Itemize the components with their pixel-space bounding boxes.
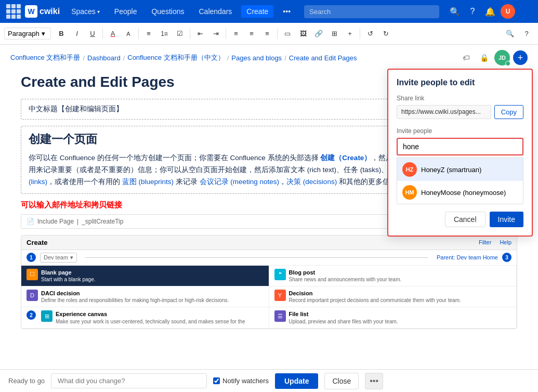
tag-icon[interactable]: 🏷 — [459, 50, 474, 65]
invite-input[interactable] — [398, 139, 522, 154]
step-2-badge: 2 — [27, 310, 36, 320]
paragraph-style-select[interactable]: Paragraph ▾ — [4, 28, 51, 40]
separator — [190, 29, 190, 39]
template-experience-canvas[interactable]: 2 ⊞ Experience canvas Make sure your wor… — [21, 307, 269, 328]
search-icon[interactable]: 🔍 — [448, 4, 462, 19]
image-button[interactable]: 🖼 — [296, 27, 310, 41]
honeymoose-name: HoneyMoose (honeymoose) — [421, 189, 506, 197]
step-3-badge: 3 — [502, 253, 511, 262]
space-select-value: Dev team — [44, 254, 68, 260]
template-grid: ☐ Blank page Start with a blank page. ❝ … — [21, 266, 517, 329]
search-replace-button[interactable]: 🔍 — [503, 27, 517, 41]
separator — [102, 29, 103, 39]
experience-canvas-text: Experience canvas Make sure your work is… — [56, 310, 245, 324]
invite-people-label: Invite people — [397, 127, 523, 135]
invite-button[interactable]: Invite — [490, 212, 523, 227]
invite-input-wrap — [397, 138, 523, 155]
underline-button[interactable]: U — [85, 27, 100, 41]
link-button[interactable]: 🔗 — [311, 27, 326, 41]
undo-button[interactable]: ↺ — [363, 27, 377, 41]
notify-watchers-label: Notify watchers — [213, 377, 269, 385]
nav-spaces[interactable]: Spaces ▾ — [66, 5, 105, 18]
search-input[interactable] — [304, 5, 439, 18]
create-widget: Create Filter Help 1 Dev team ▾ Parent: … — [21, 235, 517, 329]
redo-button[interactable]: ↻ — [378, 27, 393, 41]
outdent-button[interactable]: ⇥ — [208, 27, 223, 41]
template-daci[interactable]: D DACI decision Define the roles and res… — [21, 286, 269, 307]
nav-questions[interactable]: Questions — [146, 5, 189, 18]
editor-avatar[interactable]: JD — [494, 50, 510, 66]
blog-post-text: Blog post Share news and announcements w… — [289, 269, 402, 283]
space-select[interactable]: Dev team ▾ — [40, 253, 77, 263]
file-list-icon: ☰ — [274, 310, 286, 322]
suggestion-honeymoose[interactable]: HM HoneyMoose (honeymoose) — [397, 181, 523, 204]
close-button[interactable]: Close — [324, 373, 359, 389]
space-select-row: 1 Dev team ▾ Parent: Dev team Home 3 — [21, 250, 517, 266]
content-area: Create and Edit Pages 中文标题【创建和编辑页面】 创建一个… — [0, 69, 538, 339]
blog-post-icon: ❝ — [274, 269, 286, 280]
decision-icon: Y — [274, 290, 286, 301]
separator — [138, 29, 139, 39]
template-file-list[interactable]: ☰ File list Upload, preview and share fi… — [269, 307, 517, 328]
nav-calendars[interactable]: Calendars — [193, 5, 237, 18]
blank-page-icon: ☐ — [27, 269, 38, 280]
nav-create[interactable]: Create — [241, 5, 273, 18]
align-center-button[interactable]: ≡ — [244, 27, 259, 41]
template-blank-page[interactable]: ☐ Blank page Start with a blank page. — [21, 266, 269, 286]
filter-button[interactable]: Filter — [479, 239, 491, 245]
nav-people[interactable]: People — [109, 5, 142, 18]
ready-label: Ready to go — [8, 377, 45, 385]
file-list-text: File list Upload, preview and share file… — [289, 310, 398, 324]
nav-icons: 🔍 ? 🔔 U — [448, 4, 515, 19]
indent-button[interactable]: ⇤ — [193, 27, 207, 41]
align-left-button[interactable]: ≡ — [229, 27, 243, 41]
restrict-icon[interactable]: 🔒 — [477, 50, 491, 65]
suggestion-honeyz[interactable]: HZ HoneyZ (smartruan) — [397, 158, 523, 181]
add-collaborator-button[interactable]: + — [513, 50, 528, 65]
update-button[interactable]: Update — [275, 373, 318, 389]
change-description-input[interactable] — [51, 373, 207, 388]
share-link-label: Share link — [397, 95, 523, 102]
cancel-button[interactable]: Cancel — [445, 212, 485, 227]
breadcrumb-actions: 🏷 🔒 JD + — [459, 50, 528, 66]
table-button[interactable]: ⊞ — [327, 27, 342, 41]
invite-actions: Cancel Invite — [397, 212, 523, 227]
breadcrumb-sep: / — [83, 54, 85, 62]
breadcrumb-item-4[interactable]: Pages and blogs — [231, 54, 282, 62]
numbered-list-button[interactable]: 1≡ — [157, 27, 172, 41]
suggestions-dropdown: HZ HoneyZ (smartruan) HM HoneyMoose (hon… — [397, 158, 523, 204]
checklist-button[interactable]: ☑ — [173, 27, 187, 41]
search-bar[interactable] — [304, 5, 439, 18]
copy-button[interactable]: Copy — [494, 105, 523, 119]
font-size-button[interactable]: A — [121, 27, 136, 41]
align-right-button[interactable]: ≡ — [260, 27, 274, 41]
notify-watchers-checkbox[interactable] — [213, 377, 220, 384]
template-blog-post[interactable]: ❝ Blog post Share news and announcements… — [269, 266, 517, 286]
bullet-list-button[interactable]: ≡ — [141, 27, 156, 41]
insert-button[interactable]: + — [343, 27, 357, 41]
breadcrumb-item-3[interactable]: Confluence 文档和手册（中文） — [127, 53, 224, 62]
breadcrumb-item-2[interactable]: Dashboard — [87, 54, 121, 62]
bold-button[interactable]: B — [54, 27, 69, 41]
invite-panel: Invite people to edit Share link https:/… — [387, 69, 533, 237]
daci-icon: D — [27, 290, 38, 301]
include-page-icon: 📄 — [27, 218, 34, 225]
help-icon[interactable]: ? — [465, 4, 480, 19]
user-avatar[interactable]: U — [501, 4, 515, 19]
breadcrumb-item-1[interactable]: Confluence 文档和手册 — [10, 53, 80, 62]
nav-more[interactable]: ••• — [278, 5, 296, 18]
more-options-button[interactable]: ••• — [365, 373, 383, 389]
experience-canvas-icon: ⊞ — [41, 310, 53, 322]
apps-menu-button[interactable] — [6, 4, 21, 19]
italic-button[interactable]: I — [70, 27, 84, 41]
toolbar-help-button[interactable]: ? — [519, 27, 534, 41]
notifications-icon[interactable]: 🔔 — [483, 4, 497, 19]
layout-button[interactable]: ▭ — [280, 27, 295, 41]
share-link-row: https://www.cwiki.us/pages... Copy — [397, 105, 523, 119]
create-widget-title: Create — [27, 239, 47, 246]
help-button[interactable]: Help — [500, 239, 511, 245]
breadcrumb-sep: / — [227, 54, 229, 62]
parent-link[interactable]: Parent: Dev team Home — [437, 254, 498, 260]
font-color-button[interactable]: A — [106, 27, 120, 41]
template-decision[interactable]: Y Decision Record important project deci… — [269, 286, 517, 307]
